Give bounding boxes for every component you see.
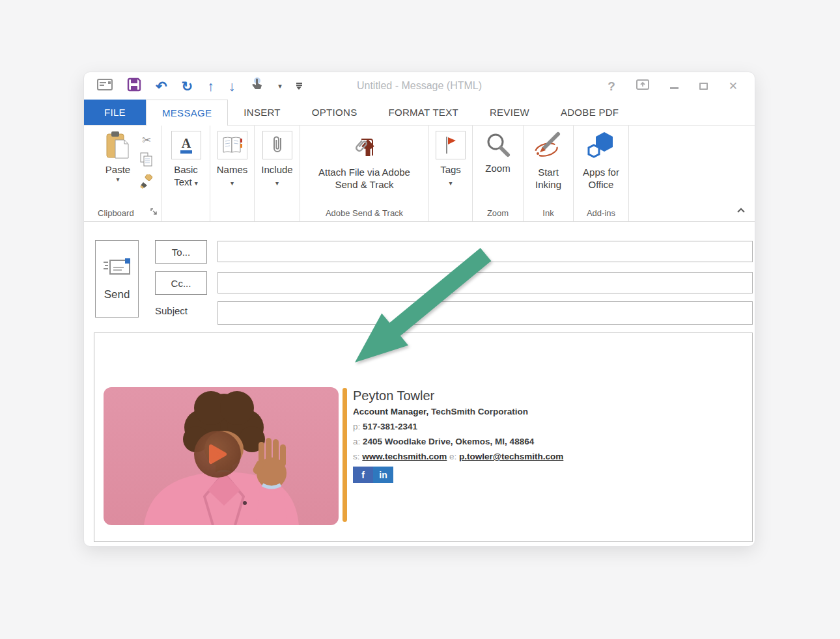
cut-icon[interactable]: ✂ <box>142 133 151 147</box>
magnifier-icon <box>485 132 511 161</box>
ribbon-group-include[interactable]: Include▾ <box>255 126 300 221</box>
move-up-icon[interactable]: ↑ <box>207 79 214 93</box>
start-inking-button[interactable] <box>524 131 573 162</box>
collapse-ribbon-icon[interactable] <box>736 204 746 216</box>
zoom-label: Zoom <box>473 162 523 174</box>
ink-group-label: Ink <box>524 208 573 218</box>
names-dropdown-icon: ▾ <box>231 180 234 187</box>
tab-review[interactable]: REVIEW <box>474 100 545 125</box>
email-link[interactable]: p.towler@techsmith.com <box>459 452 563 461</box>
signature-video-thumbnail[interactable] <box>104 387 339 525</box>
ribbon-group-tags[interactable]: Tags▾ <box>429 126 473 221</box>
signature-phone-line: p: 517-381-2341 <box>353 419 718 434</box>
apps-for-office-button[interactable] <box>574 131 628 162</box>
apps-for-office-icon <box>586 131 616 162</box>
touch-mode-dropdown-icon[interactable]: ▾ <box>278 82 282 90</box>
signature-links-line: s: www.techsmith.com e: p.towler@techsmi… <box>353 449 718 464</box>
ribbon-display-options-icon[interactable] <box>636 79 649 92</box>
signature-job-title: Account Manager, <box>353 407 428 416</box>
signature-address-line: a: 2405 Woodlake Drive, Okemos, MI, 4886… <box>353 434 718 449</box>
move-down-icon[interactable]: ↓ <box>229 79 236 93</box>
signature-phone: 517-381-2341 <box>363 422 417 431</box>
close-icon[interactable]: ✕ <box>729 81 738 92</box>
to-button[interactable]: To... <box>155 240 207 264</box>
include-dropdown-icon: ▾ <box>275 180 279 187</box>
clipboard-dialog-launcher-icon[interactable] <box>150 206 158 218</box>
send-envelope-icon <box>102 257 132 280</box>
include-label: Include <box>261 164 292 175</box>
copy-icon[interactable] <box>140 152 153 169</box>
quick-access-toolbar: ↶ ↻ ↑ ↓ ▾ <box>84 72 302 100</box>
cc-input[interactable] <box>217 272 753 293</box>
ribbon-group-ink: Start Inking Ink <box>524 126 574 221</box>
ribbon-group-addins: Apps for Office Add-ins <box>574 126 629 221</box>
pen-inking-icon <box>533 131 563 161</box>
apps-for-office-label: Apps for Office <box>580 166 623 191</box>
signature-divider-bar <box>343 388 347 522</box>
start-inking-label: Start Inking <box>531 166 565 191</box>
ribbon-group-basic-text[interactable]: A Basic Text ▾ <box>162 126 210 221</box>
customize-qat-icon[interactable] <box>296 83 302 90</box>
address-label: a: <box>353 437 360 446</box>
paperclip-icon <box>262 131 292 159</box>
paste-clipboard-icon <box>105 131 130 163</box>
email-signature: Peyton Towler Account Manager, TechSmith… <box>353 387 718 483</box>
social-icons: f in <box>353 467 718 483</box>
ribbon-group-zoom: Zoom Zoom <box>473 126 524 221</box>
window-controls: ? ✕ <box>608 79 755 92</box>
adobe-group-label: Adobe Send & Track <box>300 208 428 218</box>
facebook-icon[interactable]: f <box>353 467 373 483</box>
basic-text-icon: A <box>171 131 201 159</box>
tab-file[interactable]: FILE <box>84 100 146 125</box>
addins-group-label: Add-ins <box>574 208 628 218</box>
undo-icon[interactable]: ↶ <box>156 79 167 93</box>
paste-button[interactable]: Paste ▾ <box>100 131 135 191</box>
tab-options[interactable]: OPTIONS <box>296 100 373 125</box>
ribbon-group-adobe-send-track: Attach File via Adobe Send & Track Adobe… <box>300 126 429 221</box>
tab-adobe-pdf[interactable]: ADOBE PDF <box>545 100 634 125</box>
paste-label: Paste <box>105 163 130 176</box>
zoom-group-label: Zoom <box>473 208 523 218</box>
adobe-attach-icon <box>350 130 380 163</box>
redo-icon[interactable]: ↻ <box>182 79 193 93</box>
phone-label: p: <box>353 422 360 431</box>
message-window-icon <box>97 79 113 93</box>
subject-input[interactable] <box>217 301 753 325</box>
play-button[interactable] <box>194 431 241 478</box>
tab-format-text[interactable]: FORMAT TEXT <box>372 100 473 125</box>
minimize-icon[interactable] <box>670 87 679 89</box>
cc-button[interactable]: Cc... <box>155 271 207 295</box>
format-painter-icon[interactable] <box>139 174 154 191</box>
ribbon-group-clipboard: Paste ▾ ✂ Clipboard <box>95 126 162 221</box>
send-label: Send <box>104 288 130 301</box>
play-icon <box>208 444 227 465</box>
svg-text:A: A <box>181 136 191 150</box>
title-bar: ↶ ↻ ↑ ↓ ▾ Untitled - Message (HTML) ? ✕ <box>84 72 755 100</box>
website-link[interactable]: www.techsmith.com <box>362 452 447 461</box>
maximize-icon[interactable] <box>699 83 708 90</box>
help-icon[interactable]: ? <box>608 80 615 92</box>
ribbon: Paste ▾ ✂ Clipboard <box>84 126 755 222</box>
attach-adobe-button[interactable] <box>300 131 428 162</box>
message-body[interactable]: Peyton Towler Account Manager, TechSmith… <box>94 333 753 542</box>
zoom-button[interactable] <box>473 131 523 162</box>
send-button[interactable]: Send <box>95 240 139 318</box>
touch-mouse-mode-icon[interactable] <box>249 77 264 95</box>
to-input[interactable] <box>217 241 753 262</box>
linkedin-icon[interactable]: in <box>373 467 393 483</box>
tab-message[interactable]: MESSAGE <box>146 100 228 126</box>
save-icon[interactable] <box>127 77 141 94</box>
ribbon-tabs: FILE MESSAGE INSERT OPTIONS FORMAT TEXT … <box>84 100 755 126</box>
subject-label: Subject <box>155 305 188 316</box>
compose-header: Send To... Cc... Subject <box>84 222 755 333</box>
message-window: ↶ ↻ ↑ ↓ ▾ Untitled - Message (HTML) ? ✕ … <box>83 72 755 547</box>
paste-dropdown-icon: ▾ <box>116 176 119 183</box>
names-label: Names <box>217 164 248 175</box>
site-label: s: <box>353 452 360 461</box>
tags-label: Tags <box>440 164 461 175</box>
tab-insert[interactable]: INSERT <box>228 100 296 125</box>
ribbon-group-names[interactable]: Names▾ <box>210 126 255 221</box>
signature-company: TechSmith Corporation <box>428 407 528 416</box>
attach-adobe-label: Attach File via Adobe Send & Track <box>306 166 423 191</box>
signature-address: 2405 Woodlake Drive, Okemos, MI, 48864 <box>363 437 534 446</box>
